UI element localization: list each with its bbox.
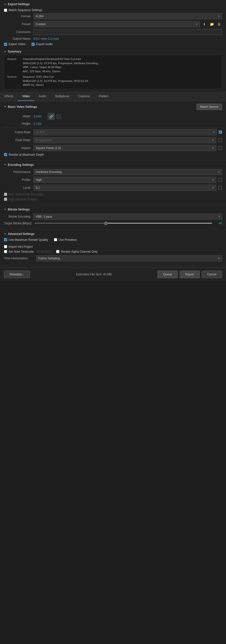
output-name-row: Output Name: EXO View Cut.mp4	[4, 37, 222, 40]
preset-save-icon[interactable]: ⬇	[201, 21, 207, 27]
width-checkbox[interactable]	[57, 114, 61, 118]
comments-input[interactable]	[33, 29, 222, 35]
divider-1	[4, 128, 222, 128]
metadata-button[interactable]: Metadata...	[4, 271, 30, 278]
time-interpolation-select[interactable]: Frame Sampling	[36, 256, 222, 261]
profile-row: Profile: High	[4, 177, 222, 183]
aspect-row: Aspect: Square Pixels (1.0)	[4, 145, 222, 151]
format-select[interactable]: H.264	[33, 13, 222, 19]
aspect-select[interactable]: Square Pixels (1.0)	[33, 145, 216, 151]
tab-video[interactable]: Video	[18, 92, 34, 101]
metadata-btn-group: Metadata...	[4, 271, 30, 278]
use-previews-label: Use Previews	[59, 238, 77, 242]
export-settings-section: ▼ Export Settings Match Sequence Setting…	[0, 0, 226, 92]
cancel-button[interactable]: Cancel	[202, 271, 222, 278]
aspect-checkbox[interactable]	[218, 146, 222, 150]
tab-multiplexer[interactable]: Multiplexer	[51, 92, 74, 101]
performance-label: Performance:	[4, 170, 33, 174]
rec2020-checkbox[interactable]	[4, 193, 7, 196]
rec2020-row: Rec. 2020 Color Primaries	[4, 193, 222, 196]
link-dimensions-icon[interactable]: 🔗	[48, 113, 55, 120]
preset-delete-icon[interactable]: 🗑	[216, 21, 222, 27]
target-bitrate-row: Target Bitrate [Mbps]: 40	[4, 222, 222, 225]
performance-row: Performance: Hardware Encoding	[4, 169, 222, 175]
summary-header: ▼ Summary	[4, 50, 222, 53]
profile-select-wrapper: High	[33, 177, 216, 183]
tab-publish[interactable]: Publish	[94, 92, 113, 101]
comments-label: Comments:	[4, 30, 33, 34]
encoding-chevron[interactable]: ▼	[4, 163, 6, 166]
summary-output-line3: VBR, 1 pass, Target 40.00 Mbps	[23, 65, 219, 69]
encoding-settings-section: ▼ Encoding Settings Performance: Hardwar…	[0, 161, 226, 205]
render-alpha-label: Render Alpha Channel Only	[61, 250, 98, 254]
level-checkbox[interactable]	[218, 186, 222, 190]
set-start-timecode-checkbox[interactable]	[4, 250, 7, 253]
performance-select[interactable]: Hardware Encoding	[33, 169, 222, 175]
fieldorder-row: Field Order: Progressive	[4, 137, 222, 143]
export-video-label: Export Video	[9, 42, 26, 46]
time-interpolation-label: Time Interpolation:	[4, 256, 36, 260]
basic-video-chevron[interactable]: ▼	[4, 105, 6, 108]
width-label: Width:	[4, 115, 33, 118]
preset-select[interactable]: Custom	[33, 21, 200, 27]
high-dynamic-checkbox[interactable]	[4, 198, 7, 201]
bitrate-settings-section: ▼ Bitrate Settings Bitrate Encoding: VBR…	[0, 205, 226, 230]
import-into-project-row: Import Into Project	[4, 245, 222, 248]
render-max-depth-row: Render at Maximum Depth	[4, 153, 222, 156]
fieldorder-checkbox[interactable]	[218, 138, 222, 142]
advanced-chevron[interactable]: ▼	[4, 232, 6, 235]
rec2020-label: Rec. 2020 Color Primaries	[9, 193, 43, 196]
timecode-value: 00:00:00:00	[37, 250, 52, 254]
export-video-row: Export Video	[4, 42, 26, 46]
basic-video-title: Basic Video Settings	[8, 105, 37, 108]
height-input-group: 2,160	[33, 122, 222, 126]
import-into-project-checkbox[interactable]	[4, 245, 7, 248]
profile-select[interactable]: High	[33, 177, 216, 183]
summary-source-line2: 4096x2160 (1.0), 23.976 fps, Progressive…	[23, 79, 219, 83]
time-interpolation-row: Time Interpolation: Frame Sampling	[4, 256, 222, 261]
basic-video-header: ▼ Basic Video Settings	[4, 105, 37, 108]
fieldorder-select-wrapper: Progressive	[33, 137, 216, 143]
use-max-render-quality-checkbox[interactable]	[4, 238, 7, 241]
fieldorder-select[interactable]: Progressive	[33, 137, 216, 143]
width-row: Width: 3,840 🔗	[4, 113, 222, 120]
export-settings-chevron[interactable]: ▼	[4, 3, 6, 6]
summary-chevron[interactable]: ▼	[4, 50, 6, 53]
tab-audio[interactable]: Audio	[34, 92, 51, 101]
profile-label: Profile:	[4, 178, 33, 182]
width-input-group: 3,840 🔗	[33, 113, 222, 120]
advanced-settings-section: ▼ Advanced Settings Use Maximum Render Q…	[0, 230, 226, 266]
output-name-value[interactable]: EXO View Cut.mp4	[33, 37, 59, 40]
height-value[interactable]: 2,160	[33, 122, 46, 126]
time-interpolation-select-wrapper: Frame Sampling	[36, 256, 222, 261]
bitrate-chevron[interactable]: ▼	[4, 208, 6, 211]
framerate-select[interactable]: 23.976	[33, 129, 217, 135]
match-sequence-checkbox[interactable]	[4, 9, 7, 12]
set-start-timecode-label: Set Start Timecode	[9, 250, 34, 254]
tab-captions[interactable]: Captions	[74, 92, 94, 101]
tab-effects[interactable]: Effects	[0, 92, 18, 101]
width-value[interactable]: 3,840	[33, 114, 46, 118]
render-alpha-checkbox[interactable]	[56, 250, 59, 253]
export-video-checkbox[interactable]	[4, 43, 7, 46]
queue-button[interactable]: Queue	[158, 271, 178, 278]
export-settings-header: ▼ Export Settings	[4, 2, 222, 6]
preset-import-icon[interactable]: 📁	[209, 21, 215, 27]
framerate-checkbox[interactable]	[219, 130, 222, 134]
summary-source-line1: Sequence, EXO View Cut	[23, 75, 219, 79]
encoding-settings-title: Encoding Settings	[8, 163, 34, 166]
profile-checkbox[interactable]	[218, 178, 222, 182]
action-buttons: Queue Export Cancel	[158, 271, 222, 278]
export-audio-checkbox[interactable]	[31, 43, 35, 46]
target-bitrate-slider[interactable]	[34, 223, 212, 224]
export-button[interactable]: Export	[180, 271, 200, 278]
framerate-row: Frame Rate: 23.976	[4, 129, 222, 135]
level-select[interactable]: 5.1	[33, 185, 216, 191]
use-previews-checkbox[interactable]	[54, 238, 57, 241]
bitrate-encoding-select[interactable]: VBR, 1 pass	[33, 214, 222, 220]
summary-output-line2: 3840x2160 (1.0), 23.976 fps, Progressive…	[23, 61, 219, 66]
render-max-depth-checkbox[interactable]	[4, 153, 7, 156]
match-source-button[interactable]: Match Source	[197, 104, 222, 110]
summary-source-key: Source:	[7, 75, 21, 87]
advanced-settings-title: Advanced Settings	[8, 232, 34, 236]
